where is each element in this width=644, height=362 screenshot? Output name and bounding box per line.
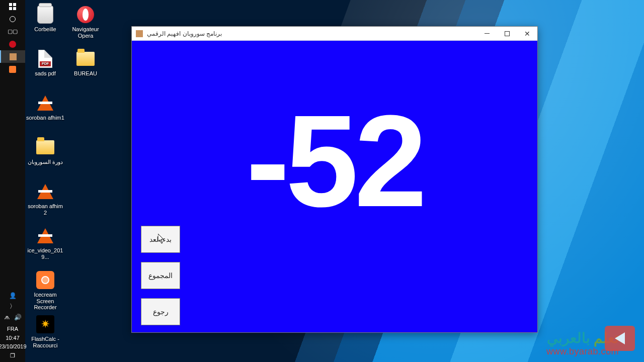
taskbar-app-recorder[interactable] [0,63,25,75]
language-indicator[interactable]: FRA [7,326,18,332]
icon-label: Icecream Screen Recorder [26,292,64,311]
icon-label: ice_video_2019... [26,247,64,260]
titlebar[interactable]: برنامج سوروبان افهيم الرقمي ✕ [132,27,537,41]
trash-icon [37,6,53,24]
taskbar-app-opera[interactable] [0,38,25,50]
wifi-icon[interactable]: ⩕ [4,314,10,321]
vlc-icon [37,96,53,111]
icon-label: sads pdf [35,70,56,77]
flashcalc-icon: ✷ [36,315,54,333]
icon-label: Corbeille [34,26,56,33]
tray-chevron-icon[interactable]: 〉 [10,302,16,311]
back-button[interactable]: رجوع [141,298,180,325]
icon-label: دورة السوروبان [28,159,63,165]
app-client-area: -52 بدء العد المجموع رجوع [132,41,537,332]
maximize-button[interactable] [497,27,517,41]
action-center-button[interactable]: ❐ [0,352,25,359]
folder-icon [76,52,95,66]
vlc-icon [37,228,53,243]
clock-date[interactable]: 23/10/2019 [0,343,27,350]
desktop-icon-icecream[interactable]: Icecream Screen Recorder [25,267,65,312]
desktop-icon-opera[interactable]: Navigateur Opera [65,2,106,46]
start-count-button[interactable]: بدء العد [141,226,180,253]
volume-icon[interactable]: 🔊 [14,314,22,321]
window-title: برنامج سوروبان افهيم الرقمي [147,30,222,37]
icon-label: FlashCalc - Raccourci [26,336,64,348]
desktop-icon-recycle-bin[interactable]: Corbeille [25,2,65,46]
app-icon [136,30,143,37]
app-window: برنامج سوروبان افهيم الرقمي ✕ -52 بدء ال… [131,26,538,333]
vlc-icon [37,184,53,199]
taskbar: ▢▢ 👤 〉 ⩕🔊 FRA 10:47 23/10/2019 ❐ [0,0,25,362]
desktop-icon-ice-video[interactable]: ice_video_2019... [25,223,65,267]
minimize-button[interactable] [477,27,497,41]
desktop-icon-bureau[interactable]: BUREAU [65,46,106,90]
pdf-icon: PDF [38,50,52,68]
close-button[interactable]: ✕ [517,27,537,41]
icon-label: BUREAU [74,70,97,77]
opera-icon [77,6,94,23]
icon-label: soroban afhim1 [26,115,64,121]
taskbar-app-soroban[interactable] [0,50,25,63]
start-button[interactable] [0,0,25,13]
recorder-icon [36,271,54,289]
system-tray[interactable]: 👤 〉 ⩕🔊 [4,292,22,321]
icon-label: Navigateur Opera [66,26,105,39]
desktop-icon-sads-pdf[interactable]: PDFsads pdf [25,46,65,90]
people-icon[interactable]: 👤 [9,292,17,299]
icon-label: soroban afhim 2 [26,203,64,216]
display-number: -52 [132,86,537,236]
total-button[interactable]: المجموع [141,262,180,289]
desktop-icon-soroban2[interactable]: soroban afhim 2 [25,179,65,223]
desktop-icon-soroban1[interactable]: soroban afhim1 [25,90,65,135]
play-badge-icon [605,326,635,351]
search-button[interactable] [0,13,25,25]
desktop-icon-soroban-course[interactable]: دورة السوروبان [25,135,65,179]
desktop-icons: Corbeille Navigateur Opera PDFsads pdf B… [25,0,111,356]
task-view-button[interactable]: ▢▢ [0,25,25,38]
desktop-icon-flashcalc[interactable]: ✷FlashCalc - Raccourci [25,312,65,356]
folder-icon [36,140,54,154]
clock-time[interactable]: 10:47 [6,335,20,341]
